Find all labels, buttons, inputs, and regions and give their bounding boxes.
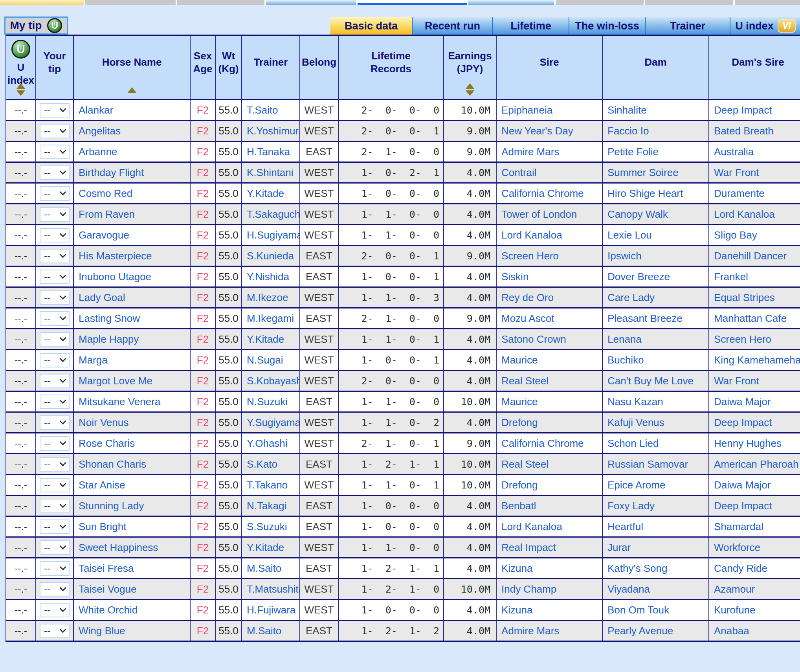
damsire-link[interactable]: Frankel (714, 271, 748, 283)
tip-select[interactable]: -- (40, 582, 70, 597)
trainer-link[interactable]: T.Matsushita (247, 583, 300, 595)
sire-link[interactable]: Admire Mars (501, 625, 559, 637)
sire-link[interactable]: Maurice (501, 396, 538, 408)
dam-link[interactable]: Pleasant Breeze (607, 312, 683, 324)
name-link[interactable]: Alankar (79, 104, 113, 116)
sire-link[interactable]: Lord Kanaloa (501, 521, 562, 532)
trainer-link[interactable]: Y.Ohashi (247, 437, 288, 449)
name-link[interactable]: Arbanne (79, 146, 117, 158)
damsire-link[interactable]: War Front (714, 375, 759, 387)
sire-link[interactable]: Admire Mars (501, 146, 559, 158)
tip-select[interactable]: -- (40, 520, 70, 534)
name-link[interactable]: Wing Blue (79, 625, 125, 637)
tip-select[interactable]: -- (40, 207, 70, 222)
sire-link[interactable]: New Year's Day (501, 125, 573, 137)
sire-link[interactable]: Benbatl (501, 500, 536, 512)
tip-select[interactable]: -- (40, 186, 70, 201)
tip-select[interactable]: -- (40, 332, 70, 347)
tip-select[interactable]: -- (40, 478, 70, 492)
damsire-link[interactable]: Daiwa Major (714, 479, 771, 491)
tip-select[interactable]: -- (40, 603, 70, 617)
trainer-link[interactable]: H.Sugiyama (247, 229, 300, 241)
sire-link[interactable]: Siskin (501, 271, 528, 283)
name-link[interactable]: Mitsukane Venera (79, 396, 160, 408)
dam-link[interactable]: Bon Om Touk (607, 604, 669, 616)
damsire-link[interactable]: Azamour (714, 583, 755, 595)
tip-select[interactable]: -- (40, 145, 70, 159)
sire-link[interactable]: Drefong (501, 479, 538, 491)
trainer-link[interactable]: T.Saito (247, 104, 278, 116)
sort-asc-icon[interactable] (128, 87, 136, 93)
tip-select[interactable]: -- (40, 353, 70, 367)
sire-link[interactable]: Real Impact (501, 542, 556, 553)
damsire-link[interactable]: Deep Impact (714, 104, 772, 116)
browser-tab-remnant-blue[interactable] (266, 0, 356, 5)
tip-select[interactable]: -- (40, 165, 70, 180)
dam-link[interactable]: Lexie Lou (607, 229, 652, 241)
dam-link[interactable]: Canopy Walk (607, 208, 668, 220)
damsire-link[interactable]: Manhattan Cafe (714, 312, 787, 324)
damsire-link[interactable]: Equal Stripes (714, 292, 775, 303)
sire-link[interactable]: Mozu Ascot (501, 312, 554, 324)
damsire-link[interactable]: Deep Impact (714, 417, 772, 428)
dam-link[interactable]: Dover Breeze (607, 271, 670, 283)
tab-u-index[interactable]: U indexVI (730, 17, 800, 35)
dam-link[interactable]: Summer Soiree (607, 167, 679, 178)
trainer-link[interactable]: S.Suzuki (247, 521, 287, 532)
trainer-link[interactable]: T.Sakaguchi (247, 208, 300, 220)
header-horse-name[interactable]: Horse Name (73, 35, 190, 100)
damsire-link[interactable]: Daiwa Major (714, 396, 771, 408)
sire-link[interactable]: Lord Kanaloa (501, 229, 562, 241)
trainer-link[interactable]: S.Kunieda (247, 250, 294, 262)
sire-link[interactable]: Contrail (501, 167, 537, 178)
trainer-link[interactable]: N.Takagi (247, 500, 286, 512)
name-link[interactable]: Inubono Utagoe (79, 271, 151, 283)
damsire-link[interactable]: Anabaa (714, 625, 749, 637)
my-tip-button[interactable]: My tip U (4, 17, 68, 35)
damsire-link[interactable]: Candy Ride (714, 562, 767, 574)
tab-lifetime[interactable]: Lifetime (492, 17, 569, 35)
trainer-link[interactable]: H.Fujiwara (247, 604, 295, 616)
name-link[interactable]: Rose Charis (79, 437, 135, 449)
tip-select[interactable]: -- (40, 311, 70, 326)
tip-select[interactable]: -- (40, 103, 70, 118)
browser-tab-remnant[interactable] (556, 0, 644, 5)
browser-tab-remnant[interactable] (735, 0, 800, 5)
name-link[interactable]: Sun Bright (79, 521, 126, 532)
sire-link[interactable]: Kizuna (501, 562, 533, 574)
tab-the-win-loss[interactable]: The win-loss (569, 17, 645, 35)
dam-link[interactable]: Epice Arome (607, 479, 665, 491)
dam-link[interactable]: Nasu Kazan (607, 396, 663, 408)
browser-tab-remnant[interactable] (85, 0, 176, 5)
sire-link[interactable]: Rey de Oro (501, 292, 554, 303)
damsire-link[interactable]: Screen Hero (714, 333, 771, 345)
name-link[interactable]: Lasting Snow (79, 312, 140, 324)
damsire-link[interactable]: Deep Impact (714, 500, 772, 512)
dam-link[interactable]: Pearly Avenue (607, 625, 673, 637)
tip-select[interactable]: -- (40, 290, 70, 305)
trainer-link[interactable]: K.Yoshimura (247, 125, 300, 137)
sire-link[interactable]: Screen Hero (501, 250, 559, 262)
sire-link[interactable]: Real Steel (501, 375, 549, 387)
trainer-link[interactable]: Y.Kitade (247, 542, 284, 553)
damsire-link[interactable]: Bated Breath (714, 125, 774, 137)
sire-link[interactable]: Maurice (501, 354, 538, 366)
trainer-link[interactable]: Y.Nishida (247, 271, 289, 283)
trainer-link[interactable]: M.Saito (247, 562, 281, 574)
name-link[interactable]: Taisei Fresa (79, 562, 134, 574)
dam-link[interactable]: Kathy's Song (607, 562, 667, 574)
dam-link[interactable]: Can't Buy Me Love (607, 375, 694, 387)
name-link[interactable]: Angelitas (79, 125, 121, 137)
sire-link[interactable]: Indy Champ (501, 583, 556, 595)
dam-link[interactable]: Buchiko (607, 354, 644, 366)
name-link[interactable]: Cosmo Red (79, 187, 132, 199)
name-link[interactable]: Garavogue (79, 229, 129, 241)
name-link[interactable]: From Raven (79, 208, 135, 220)
trainer-link[interactable]: Y.Kitade (247, 187, 284, 199)
dam-link[interactable]: Petite Folie (607, 146, 659, 158)
dam-link[interactable]: Schon Lied (607, 437, 659, 449)
name-link[interactable]: Noir Venus (79, 417, 128, 428)
trainer-link[interactable]: M.Saito (247, 625, 281, 637)
tab-trainer[interactable]: Trainer (645, 17, 730, 35)
name-link[interactable]: Marga (79, 354, 108, 366)
